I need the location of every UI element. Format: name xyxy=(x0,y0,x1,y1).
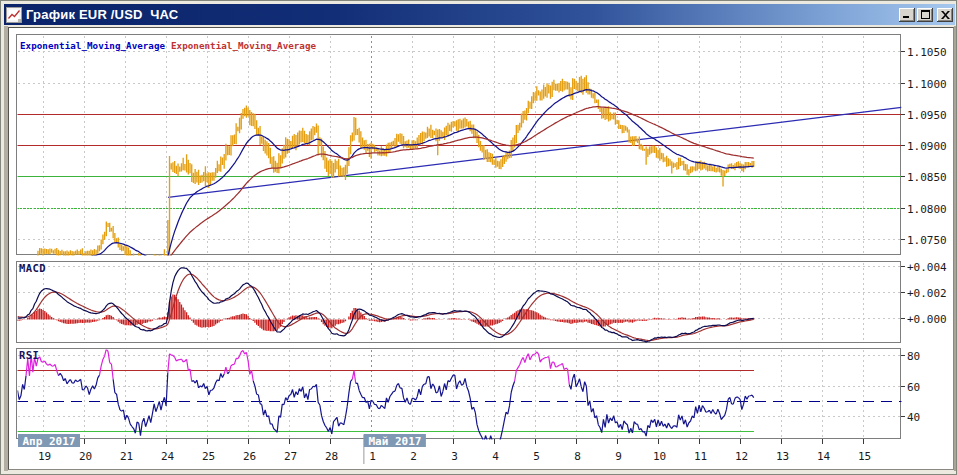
svg-text:1.0850: 1.0850 xyxy=(907,171,947,184)
rsi-pane-label: RSI xyxy=(19,349,39,361)
macd-pane-label: MACD xyxy=(19,262,46,274)
svg-text:2: 2 xyxy=(410,450,417,463)
pane-macd[interactable] xyxy=(17,262,902,344)
maximize-button[interactable] xyxy=(917,8,933,22)
svg-text:28: 28 xyxy=(325,450,338,463)
svg-text:40: 40 xyxy=(907,411,920,424)
chart-canvas[interactable]: 1.10501.10001.09501.09001.08501.08001.07… xyxy=(9,28,953,469)
window-frame-right[interactable] xyxy=(954,26,956,471)
svg-text:19: 19 xyxy=(38,450,51,463)
chart-window: График EUR /USD ЧАС 1.10501.10001.09501.… xyxy=(0,0,957,475)
chart-window-icon xyxy=(6,7,22,23)
svg-text:9: 9 xyxy=(615,450,622,463)
svg-text:14: 14 xyxy=(817,450,831,463)
svg-text:+0.004: +0.004 xyxy=(907,261,947,274)
svg-text:11: 11 xyxy=(694,450,707,463)
pane-rsi[interactable] xyxy=(17,349,902,440)
svg-text:Апр 2017: Апр 2017 xyxy=(23,435,76,448)
svg-text:26: 26 xyxy=(243,450,256,463)
svg-text:1.1050: 1.1050 xyxy=(907,46,947,59)
svg-text:4: 4 xyxy=(492,450,499,463)
price-axis-labels-rsi[interactable]: 806040 xyxy=(907,350,920,424)
window-title: График EUR /USD ЧАС xyxy=(26,4,178,25)
legend-ema-slow[interactable]: Exponential_Moving_Average xyxy=(171,40,317,51)
svg-text:27: 27 xyxy=(284,450,297,463)
svg-text:1.0750: 1.0750 xyxy=(907,234,947,247)
legend-ema-fast[interactable]: Exponential_Moving_Average xyxy=(20,40,166,51)
svg-text:1: 1 xyxy=(369,450,376,463)
svg-text:3: 3 xyxy=(451,450,458,463)
month-box-apr: Апр 2017 xyxy=(18,434,80,448)
svg-text:15: 15 xyxy=(858,450,871,463)
time-axis-ticks xyxy=(44,439,864,444)
svg-text:1.1000: 1.1000 xyxy=(907,78,947,91)
month-box-may: Май 2017 xyxy=(364,434,426,448)
chart-client-area[interactable]: 1.10501.10001.09501.09001.08501.08001.07… xyxy=(8,27,954,470)
svg-text:20: 20 xyxy=(79,450,92,463)
svg-text:+0.002: +0.002 xyxy=(907,287,947,300)
price-axis-labels-price[interactable]: 1.10501.10001.09501.09001.08501.08001.07… xyxy=(907,46,947,247)
svg-text:8: 8 xyxy=(574,450,581,463)
svg-text:10: 10 xyxy=(653,450,666,463)
minimize-button[interactable] xyxy=(899,8,915,22)
svg-text:1.0950: 1.0950 xyxy=(907,109,947,122)
close-button[interactable] xyxy=(937,8,953,22)
svg-text:Май 2017: Май 2017 xyxy=(368,435,421,448)
window-titlebar[interactable]: График EUR /USD ЧАС xyxy=(4,4,955,25)
svg-text:24: 24 xyxy=(161,450,175,463)
svg-text:80: 80 xyxy=(907,350,920,363)
svg-text:1.0800: 1.0800 xyxy=(907,203,947,216)
svg-text:5: 5 xyxy=(533,450,540,463)
price-axis-labels-macd[interactable]: +0.004+0.002+0.000 xyxy=(907,261,947,326)
time-axis-labels[interactable]: 19202124252627281234589101112131415 xyxy=(38,450,871,463)
svg-text:12: 12 xyxy=(735,450,748,463)
svg-text:25: 25 xyxy=(202,450,215,463)
svg-text:1.0900: 1.0900 xyxy=(907,140,947,153)
svg-text:13: 13 xyxy=(776,450,789,463)
svg-text:21: 21 xyxy=(120,450,133,463)
svg-text:+0.000: +0.000 xyxy=(907,313,947,326)
svg-text:60: 60 xyxy=(907,381,920,394)
